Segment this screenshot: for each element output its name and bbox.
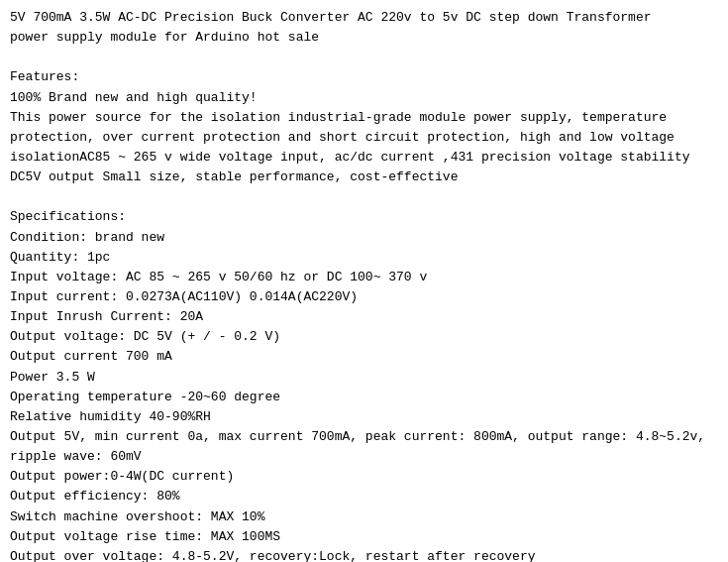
product-description: 5V 700mA 3.5W AC-DC Precision Buck Conve… [10,8,718,562]
